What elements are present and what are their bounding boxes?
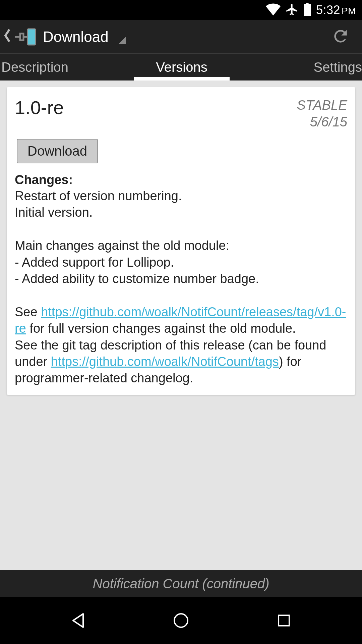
release-date: 5/6/15	[297, 113, 347, 130]
changes-heading: Changes:	[15, 173, 347, 187]
status-time: 5:32PM	[316, 3, 356, 17]
status-time-ampm: PM	[342, 6, 356, 16]
airplane-icon	[285, 3, 299, 17]
tab-settings[interactable]: Settings	[242, 54, 362, 80]
battery-icon	[303, 3, 311, 17]
changes-line: Restart of version numbering.	[15, 189, 182, 203]
status-bar: 5:32PM	[0, 0, 362, 20]
changes-text: See	[15, 305, 41, 319]
status-time-value: 5:32	[316, 3, 340, 17]
action-bar: Download	[0, 20, 362, 54]
navigation-bar	[0, 597, 362, 644]
svg-point-1	[174, 614, 188, 627]
tab-label: Description	[1, 60, 68, 75]
changes-text: for full version changes against the old…	[26, 321, 296, 335]
changes-line: Main changes against the old module:	[15, 238, 229, 253]
svg-rect-2	[279, 615, 289, 626]
svg-rect-0	[27, 29, 36, 45]
version-card: 1.0-re STABLE 5/6/15 Download Changes: R…	[7, 87, 355, 395]
title-spinner[interactable]: Download	[43, 29, 126, 45]
tab-description[interactable]: Description	[0, 54, 122, 80]
refresh-button[interactable]	[326, 21, 355, 52]
tab-label: Versions	[156, 60, 207, 75]
back-icon[interactable]	[3, 29, 13, 45]
footer-label-text: Notification Count (continued)	[93, 576, 269, 591]
page-title: Download	[43, 29, 109, 45]
app-icon[interactable]	[13, 25, 37, 49]
tab-bar: Description Versions Settings	[0, 54, 362, 80]
nav-recent-button[interactable]	[254, 604, 314, 637]
changes-body: Restart of version numbering. Initial ve…	[15, 188, 347, 387]
footer-label: Notification Count (continued)	[0, 570, 362, 597]
tags-link[interactable]: https://github.com/woalk/NotifCount/tags	[51, 355, 279, 369]
nav-back-button[interactable]	[48, 604, 108, 637]
content-area: 1.0-re STABLE 5/6/15 Download Changes: R…	[0, 80, 362, 597]
changes-line: - Added support for Lollipop.	[15, 255, 174, 269]
spinner-dropdown-icon	[119, 37, 126, 44]
release-channel: STABLE	[297, 97, 347, 113]
nav-home-button[interactable]	[151, 604, 211, 637]
tab-label: Settings	[313, 60, 362, 75]
download-button[interactable]: Download	[17, 139, 98, 163]
release-meta: STABLE 5/6/15	[297, 97, 347, 130]
changes-line: - Added ability to customize number badg…	[15, 272, 259, 286]
wifi-icon	[266, 3, 281, 17]
version-name: 1.0-re	[15, 97, 64, 118]
changes-line: Initial version.	[15, 205, 93, 219]
tab-versions[interactable]: Versions	[122, 54, 242, 80]
